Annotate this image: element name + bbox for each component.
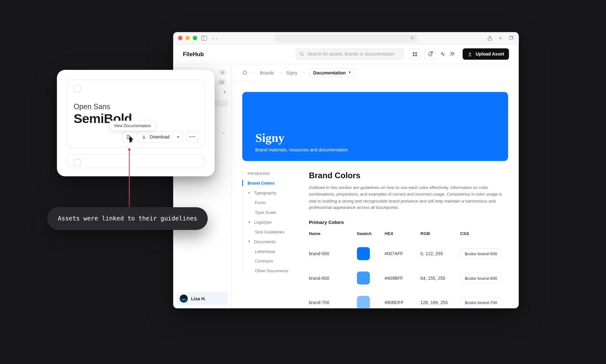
app-body: 4 nd 12 + ⌄ Green Corner Ha — [173, 64, 519, 308]
upload-asset-button[interactable]: Upload Asset — [463, 48, 509, 60]
brand-hero: Signy Brand materials, resources and doc… — [242, 92, 508, 161]
browser-chrome: ‹ › ↻ — [173, 32, 519, 44]
activity-icon[interactable] — [440, 51, 446, 57]
color-rgb: 64, 155, 255 — [420, 266, 460, 290]
color-name: brand-700 — [309, 290, 357, 308]
sidebar-count-b: 12 — [217, 79, 227, 85]
toc-typography[interactable]: ▼Typography — [247, 190, 294, 195]
window-minimize-icon[interactable] — [185, 36, 190, 40]
doc-toc: Introduction Brand Colors ▼Typography Fo… — [242, 171, 294, 308]
sidebar-collapse-icon[interactable]: ⌄ — [222, 129, 228, 135]
main: → Brands → Signy → Documentation ▼ Signy… — [232, 64, 519, 308]
breadcrumb-brands[interactable]: Brands — [260, 70, 274, 75]
toc-logotype[interactable]: ▼Logotype — [247, 220, 294, 224]
asset-checkbox[interactable] — [74, 85, 81, 92]
asset-card: Open Sans SemiBold View Documentation Do… — [57, 70, 215, 176]
search-icon — [299, 52, 304, 56]
avatar — [180, 295, 188, 303]
color-table: Name Swatch HEX RGB CSS bran — [309, 231, 508, 308]
team-icon[interactable] — [450, 51, 455, 57]
asset-card-secondary[interactable] — [67, 154, 205, 168]
cursor-pointer-icon — [127, 136, 134, 144]
download-button[interactable]: Download ▼ — [137, 131, 183, 143]
breadcrumbs: → Brands → Signy → Documentation ▼ — [232, 64, 519, 81]
nav-forward-icon[interactable]: › — [216, 35, 217, 41]
svg-rect-4 — [415, 52, 417, 54]
asset-checkbox[interactable] — [74, 159, 81, 166]
svg-rect-3 — [413, 52, 414, 54]
home-icon[interactable] — [242, 70, 248, 75]
toc-documents[interactable]: ▼Documents — [247, 239, 294, 244]
doc-content: Brand Colors Outlined in this section ar… — [309, 171, 508, 308]
breadcrumb-current-label: Documentation — [313, 70, 346, 75]
notifications-icon[interactable] — [425, 48, 436, 60]
toc-brand-colors[interactable]: Brand Colors — [247, 180, 294, 185]
color-hex: #007AFF — [385, 241, 421, 266]
toc-typography-label: Typography — [254, 190, 276, 195]
toc-documents-label: Documents — [254, 239, 276, 244]
traffic-lights — [178, 36, 197, 40]
toc-logotype-label: Logotype — [254, 220, 272, 224]
th-swatch: Swatch — [357, 231, 384, 241]
table-row: brand-600 #409BFF 64, 155, 255 $color-br… — [309, 266, 508, 290]
chevron-down-icon: ▼ — [348, 71, 351, 74]
address-bar[interactable]: ↻ — [274, 34, 417, 42]
app-header: FileHub — [173, 44, 519, 64]
svg-rect-6 — [415, 55, 417, 56]
font-family-label: Open Sans — [74, 103, 198, 111]
th-hex: HEX — [385, 231, 421, 241]
chevron-down-icon[interactable]: ▼ — [176, 135, 180, 139]
toc-introduction[interactable]: Introduction — [247, 171, 294, 175]
search-field[interactable] — [295, 48, 404, 60]
sidebar-add-icon[interactable]: + — [223, 89, 228, 95]
reload-icon[interactable]: ↻ — [411, 35, 414, 41]
table-row: brand-500 #007AFF 0, 122, 255 $color-bra… — [309, 241, 508, 266]
more-actions-button[interactable]: ··· — [187, 131, 198, 143]
sidebar-count-a: 4 — [218, 69, 227, 76]
color-name: brand-600 — [309, 266, 357, 290]
breadcrumb-brand[interactable]: Signy — [286, 70, 297, 75]
chevron-down-icon: ▼ — [247, 191, 251, 195]
doc-lead: Outlined in this section are guidelines … — [309, 184, 508, 210]
toc-letterhead[interactable]: Letterhead — [247, 249, 294, 253]
nav-back-forward: ‹ › — [213, 35, 217, 41]
toc-size-guidelines[interactable]: Size Guidelines — [247, 229, 294, 234]
hero-title: Signy — [255, 131, 495, 145]
th-name: Name — [309, 231, 357, 241]
chevron-down-icon: ▼ — [247, 239, 251, 243]
color-swatch — [357, 271, 370, 284]
toc-type-scale[interactable]: Type Scale — [247, 210, 294, 214]
browser-window: ‹ › ↻ FileHub — [173, 32, 519, 308]
color-name: brand-500 — [309, 241, 357, 266]
color-rgb: 128, 189, 255 — [420, 290, 460, 308]
app-title: FileHub — [183, 51, 204, 57]
account-pill[interactable]: Lisa H. — [176, 292, 228, 305]
tooltip-view-documentation: View Documentation — [109, 121, 155, 131]
color-css-token[interactable]: $color-brand-500 — [460, 248, 502, 259]
grid-view-icon[interactable] — [409, 48, 420, 60]
svg-point-8 — [453, 53, 454, 54]
asset-card-inner[interactable]: Open Sans SemiBold View Documentation Do… — [67, 79, 205, 148]
window-close-icon[interactable] — [178, 36, 182, 40]
search-input[interactable] — [307, 52, 400, 56]
annotation-line — [129, 151, 130, 211]
window-zoom-icon[interactable] — [193, 36, 197, 40]
share-icon[interactable] — [487, 35, 493, 41]
svg-point-2 — [300, 52, 303, 55]
chevron-down-icon: ▼ — [247, 220, 251, 224]
color-css-token[interactable]: $color-brand-600 — [460, 273, 502, 283]
nav-back-icon[interactable]: ‹ — [213, 35, 214, 41]
download-label: Download — [150, 134, 169, 139]
color-swatch — [357, 247, 370, 260]
svg-point-7 — [451, 52, 453, 54]
annotation-dot — [128, 148, 131, 151]
tabs-icon[interactable] — [508, 35, 514, 41]
toc-fonts[interactable]: Fonts — [247, 200, 294, 205]
color-css-token[interactable]: $color-brand-700 — [460, 297, 502, 308]
toc-other-documents[interactable]: Other Documents — [247, 268, 294, 273]
new-tab-icon[interactable] — [498, 35, 503, 41]
breadcrumb-current-chip[interactable]: Documentation ▼ — [310, 68, 355, 77]
toc-contracts[interactable]: Contracts — [247, 258, 294, 263]
sidebar-toggle-icon[interactable] — [201, 36, 207, 40]
svg-rect-5 — [413, 55, 414, 56]
